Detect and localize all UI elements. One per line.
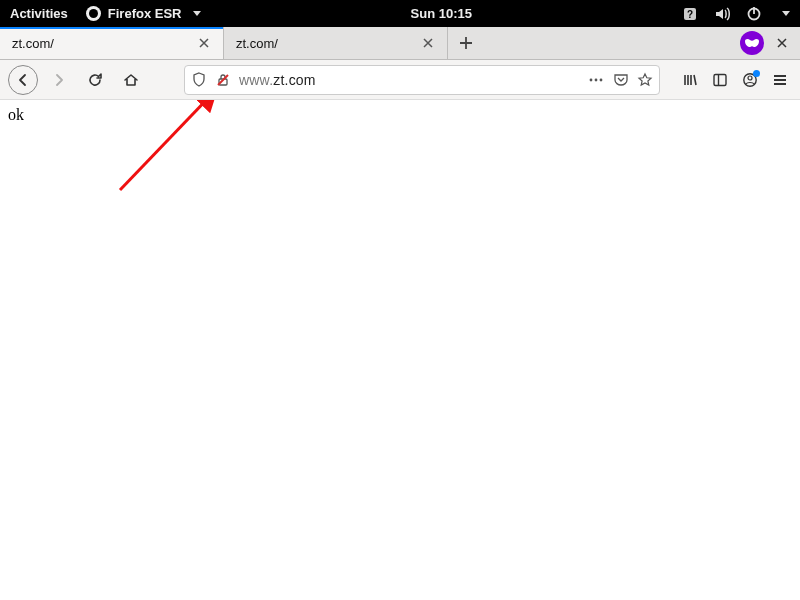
back-button[interactable] [8,65,38,95]
clock[interactable]: Sun 10:15 [201,6,683,21]
accessibility-icon: ? [682,6,698,22]
svg-line-13 [120,100,214,190]
firefox-icon [86,6,101,21]
svg-point-7 [595,78,598,81]
account-button[interactable] [742,72,758,88]
app-menu[interactable]: Firefox ESR [86,6,201,21]
tab-close-button[interactable] [195,34,213,52]
home-button[interactable] [116,65,146,95]
nav-toolbar: www.zt.com [0,60,800,100]
page-body-text: ok [8,106,24,123]
svg-text:?: ? [687,9,693,20]
power-icon [746,6,762,22]
reload-button[interactable] [80,65,110,95]
tab-title: zt.com/ [12,36,191,51]
window-close-button[interactable] [776,37,788,49]
insecure-lock-icon[interactable] [215,72,231,88]
close-icon [422,37,434,49]
shield-icon[interactable] [191,72,207,88]
chevron-down-icon [782,11,790,16]
tab-title: zt.com/ [236,36,415,51]
tab-close-button[interactable] [419,34,437,52]
ellipsis-icon[interactable] [587,72,605,88]
reload-icon [87,72,103,88]
chevron-down-icon [193,11,201,16]
arrow-left-icon [15,72,31,88]
forward-button [44,65,74,95]
url-text: www.zt.com [239,72,579,88]
private-browsing-indicator [740,31,764,55]
browser-tab[interactable]: zt.com/ [0,27,224,59]
volume-icon [714,6,730,22]
close-icon [198,37,210,49]
sidebar-icon[interactable] [712,72,728,88]
page-content: ok [0,100,800,600]
svg-point-6 [590,78,593,81]
app-name-label: Firefox ESR [108,6,182,21]
activities-button[interactable]: Activities [10,6,68,21]
svg-rect-9 [714,74,726,85]
new-tab-button[interactable] [448,27,484,59]
annotation-arrow [0,100,260,280]
plus-icon [459,36,473,50]
bookmark-star-icon[interactable] [637,72,653,88]
system-status-area[interactable]: ? [682,6,790,22]
hamburger-menu-icon[interactable] [772,72,788,88]
arrow-right-icon [51,72,67,88]
tab-strip: zt.com/ zt.com/ [0,27,800,60]
mask-icon [744,38,760,48]
pocket-icon[interactable] [613,72,629,88]
url-bar[interactable]: www.zt.com [184,65,660,95]
account-icon [742,72,758,88]
library-icon[interactable] [682,72,698,88]
os-topbar: Activities Firefox ESR Sun 10:15 ? [0,0,800,27]
browser-tab[interactable]: zt.com/ [224,27,448,59]
close-icon [776,37,788,49]
svg-point-12 [748,76,752,80]
home-icon [123,72,139,88]
svg-point-8 [600,78,603,81]
